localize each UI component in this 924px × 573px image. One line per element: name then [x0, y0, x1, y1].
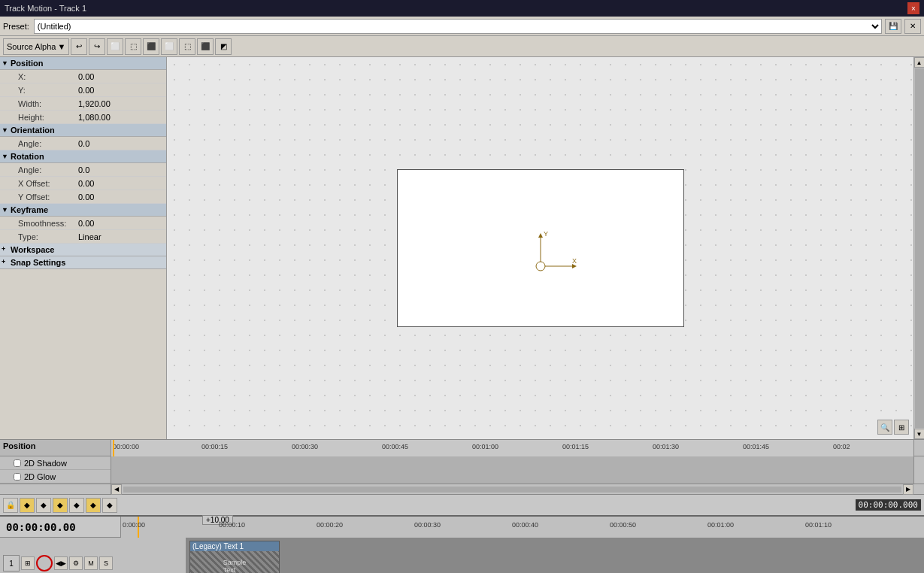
ruler-tick-7: 00:01:45 — [743, 443, 769, 450]
tool-btn-7[interactable]: ◩ — [215, 38, 232, 55]
hscroll-left-btn[interactable]: ◀ — [111, 484, 122, 495]
preset-delete-btn[interactable]: ✕ — [904, 19, 921, 34]
ruler-tick-4: 00:01:00 — [472, 443, 498, 450]
snap-toggle-icon: + — [2, 258, 5, 265]
timeline-hscrollbar: ◀ ▶ — [0, 484, 924, 494]
snap-settings-section-label: Snap Settings — [11, 258, 65, 267]
timeline-position-label: Position — [0, 440, 111, 456]
tracks-label-col: 2D Shadow 2D Glow — [0, 456, 111, 484]
workspace-section-header[interactable]: + Workspace — [0, 244, 166, 256]
source-alpha-dropdown[interactable]: Source Alpha ▼ — [3, 38, 69, 55]
track-shadow-checkbox[interactable] — [14, 459, 21, 467]
timeline-tracks: 2D Shadow 2D Glow — [0, 456, 924, 484]
scroll-up-btn[interactable]: ▲ — [914, 57, 925, 68]
orientation-section-header[interactable]: ▼ Orientation — [0, 124, 166, 137]
bottom-tick-7: 00:01:10 — [805, 521, 832, 529]
position-section-label: Position — [11, 59, 43, 68]
timeline-scrollbar-right — [913, 440, 924, 456]
rotation-yoffset-row: Y Offset: 0.00 — [0, 190, 166, 204]
keyframe-section-label: Keyframe — [11, 205, 48, 214]
bottom-header: 00:00:00.00 +10.00 0:00:00 00:00:10 00:0… — [0, 517, 924, 538]
lock-btn[interactable]: 🔒 — [3, 498, 18, 513]
right-scrollbar: ▲ ▼ — [913, 57, 924, 439]
position-x-row: X: 0.00 — [0, 70, 166, 83]
scroll-down-btn[interactable]: ▼ — [914, 429, 925, 439]
keyframe-diamond-1[interactable]: ◆ — [20, 498, 35, 513]
position-height-label: Height: — [18, 113, 78, 122]
bottom-track-area: 1 ⊞ ◀▶ ⚙ M S vel: 100.0 % ⬜ ⊕ ⊕ ⊕ (Legac… — [0, 538, 924, 573]
rotation-yoffset-label: Y Offset: — [18, 193, 78, 202]
rotation-xoffset-value[interactable]: 0.00 — [78, 179, 94, 188]
close-button[interactable]: × — [907, 2, 919, 14]
keyframe-diamond-2[interactable]: ◆ — [36, 498, 51, 513]
track-gear-btn[interactable]: ⚙ — [69, 556, 83, 570]
hscrollbar-end — [913, 484, 924, 494]
bottom-tick-0: 0:00:00 — [123, 521, 145, 529]
track-record-btn[interactable] — [36, 555, 53, 571]
title-bar: Track Motion - Track 1 × — [0, 0, 924, 17]
rotation-angle-row: Angle: 0.0 — [0, 163, 166, 177]
rotation-yoffset-value[interactable]: 0.00 — [78, 193, 94, 202]
position-section-header[interactable]: ▼ Position — [0, 57, 166, 70]
tool-btn-4[interactable]: ⬜ — [161, 38, 177, 55]
scrollbar-track[interactable] — [915, 68, 924, 428]
clip-label: (Legacy) Text 1 — [190, 541, 279, 551]
ruler-tick-5: 00:01:15 — [562, 443, 589, 450]
chevron-down-icon: ▼ — [57, 42, 65, 51]
bottom-ruler: +10.00 0:00:00 00:00:10 00:00:20 00:00:3… — [120, 517, 924, 538]
tool-btn-6[interactable]: ⬛ — [197, 38, 214, 55]
preset-select[interactable]: (Untitled) — [34, 19, 882, 34]
position-width-value[interactable]: 1,920.00 — [78, 99, 111, 108]
snap-settings-section-header[interactable]: + Snap Settings — [0, 256, 166, 269]
track-m-btn[interactable]: M — [84, 556, 98, 570]
viewport-tools: 🔍 ⊞ — [877, 420, 909, 435]
orientation-angle-value[interactable]: 0.0 — [78, 139, 89, 148]
bottom-tick-6: 00:01:00 — [707, 521, 734, 529]
rotation-section-header[interactable]: ▼ Rotation — [0, 150, 166, 163]
track-comp-btn[interactable]: ⊞ — [21, 556, 35, 570]
keyframe-type-value[interactable]: Linear — [78, 232, 101, 241]
keyframe-diamond-4[interactable]: ◆ — [69, 498, 84, 513]
clip-sample-text: SampleText — [223, 559, 247, 573]
track-glow-checkbox[interactable] — [14, 473, 21, 481]
keyframe-smoothness-label: Smoothness: — [18, 219, 78, 228]
rotation-angle-value[interactable]: 0.0 — [78, 165, 89, 174]
svg-marker-5 — [538, 233, 543, 238]
position-x-value[interactable]: 0.00 — [78, 72, 94, 81]
keyframe-diamond-6[interactable]: ◆ — [102, 498, 117, 513]
redo-btn[interactable]: ↪ — [89, 38, 105, 55]
position-height-row: Height: 1,080.00 — [0, 111, 166, 124]
ruler-tick-0: 00:00:00 — [113, 443, 139, 450]
keyframe-section-header[interactable]: ▼ Keyframe — [0, 204, 166, 217]
zoom-btn[interactable]: 🔍 — [877, 420, 892, 435]
keyframe-type-label: Type: — [18, 232, 78, 241]
tool-btn-3[interactable]: ⬛ — [143, 38, 159, 55]
bottom-track-controls: 1 ⊞ ◀▶ ⚙ M S — [3, 555, 183, 571]
track-s-btn[interactable]: S — [99, 556, 113, 570]
clip-block[interactable]: (Legacy) Text 1 SampleText ⬜ ⊞ ⊕ — [189, 541, 280, 573]
track-glow-label: 2D Glow — [24, 472, 56, 481]
scrollbar-spacer — [0, 484, 111, 494]
position-height-value[interactable]: 1,080.00 — [78, 113, 111, 122]
keyframe-diamond-3[interactable]: ◆ — [53, 498, 68, 513]
undo-btn[interactable]: ↩ — [71, 38, 87, 55]
position-width-label: Width: — [18, 99, 78, 108]
keyframe-diamond-5[interactable]: ◆ — [86, 498, 101, 513]
toolbar: Source Alpha ▼ ↩ ↪ ⬜ ⬚ ⬛ ⬜ ⬚ ⬛ ◩ — [0, 36, 924, 57]
hscroll-thumb[interactable] — [123, 487, 901, 493]
track-nav-btn[interactable]: ◀▶ — [54, 556, 68, 570]
window-title: Track Motion - Track 1 — [5, 4, 86, 13]
keyframe-controls: 🔒 ◆ ◆ ◆ ◆ ◆ ◆ 00:00:00.000 — [0, 494, 924, 515]
bottom-tick-2: 00:00:20 — [317, 521, 343, 529]
tool-btn-5[interactable]: ⬚ — [179, 38, 195, 55]
fit-btn[interactable]: ⊞ — [894, 420, 909, 435]
ruler-tick-8: 00:02 — [833, 443, 850, 450]
playhead[interactable] — [113, 440, 114, 456]
keyframe-smoothness-value[interactable]: 0.00 — [78, 219, 94, 228]
hscrollbar-track[interactable]: ◀ ▶ — [111, 484, 913, 494]
hscroll-right-btn[interactable]: ▶ — [903, 484, 913, 495]
preset-save-btn[interactable]: 💾 — [885, 19, 901, 34]
tool-btn-2[interactable]: ⬚ — [125, 38, 141, 55]
position-y-value[interactable]: 0.00 — [78, 86, 94, 95]
tool-btn-1[interactable]: ⬜ — [107, 38, 123, 55]
